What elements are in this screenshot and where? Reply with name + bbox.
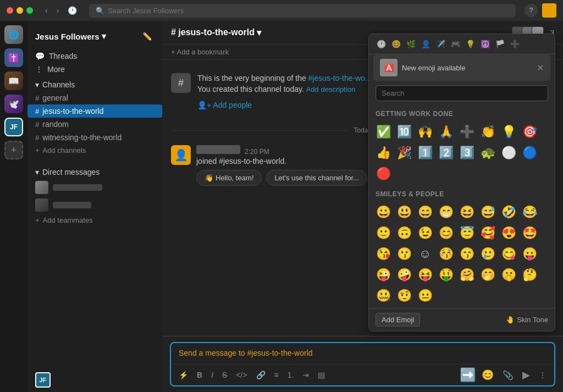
strikethrough-button[interactable]: S [219,368,230,382]
emoji-zipper-mouth[interactable]: 🤐 [373,286,393,306]
channel-item-general[interactable]: # general [27,91,162,104]
emoji-cat-custom[interactable]: ➕ [509,38,521,49]
emoji-hand-mouth[interactable]: 🤭 [478,265,498,285]
emoji-yum[interactable]: 😋 [499,244,518,264]
link-button[interactable]: 🔗 [253,368,269,382]
emoji-thumbsup[interactable]: 👍 [373,143,393,163]
emoji-notification-close[interactable]: ✕ [537,63,544,73]
emoji-kissing[interactable]: 😗 [394,244,414,264]
code-button[interactable]: </> [233,368,250,382]
emoji-tongue-wink[interactable]: 😜 [373,265,393,285]
channel-link[interactable]: #jesus-to-the-wo... [308,74,372,82]
lightning-button[interactable]: ⚡ [175,368,191,382]
emoji-smile[interactable]: 😄 [415,202,435,222]
emoji-thinking[interactable]: 🤔 [520,265,539,285]
emoji-stuck-out-tongue[interactable]: 😛 [520,244,539,264]
emoji-grinning[interactable]: 😀 [373,202,393,222]
emoji-innocent[interactable]: 😇 [457,223,477,243]
emoji-joy[interactable]: 😂 [520,202,539,222]
suggestion-pill-channel[interactable]: Let's use this channel for... [266,170,367,186]
emoji-kissing-closed-eyes[interactable]: 😚 [436,244,456,264]
fullscreen-button[interactable] [26,7,33,14]
emoji-two[interactable]: 2️⃣ [436,143,456,163]
user-avatar-footer[interactable]: JF [35,372,51,388]
sidebar-item-threads[interactable]: 💬 Threads [27,49,162,63]
emoji-blush[interactable]: 😊 [436,223,456,243]
add-teammates-button[interactable]: + Add teammates [27,214,162,227]
emoji-rofl[interactable]: 🤣 [499,202,518,222]
emoji-party[interactable]: 🎉 [394,143,414,163]
emoji-keycap10[interactable]: 🔟 [394,122,414,142]
sidebar-item-more[interactable]: ⋮ More [27,63,162,76]
emoji-sweat-smile[interactable]: 😅 [478,202,498,222]
workspace-avatar-1[interactable]: 🌐 [4,25,23,44]
emoji-neutral[interactable]: 😐 [415,286,435,306]
emoji-red-circle[interactable]: 🔴 [373,164,393,184]
emoji-cat-activities[interactable]: 🎮 [450,38,461,49]
add-description-link[interactable]: Add description [306,85,356,93]
bold-button[interactable]: B [194,368,206,382]
emoji-one[interactable]: 1️⃣ [415,143,435,163]
emoji-cat-people[interactable]: 👤 [420,38,432,49]
emoji-star-struck[interactable]: 🤩 [520,223,539,243]
emoji-raised-eyebrow[interactable]: 🤨 [394,286,414,306]
emoji-relaxed[interactable]: ☺️ [415,244,435,264]
emoji-laughing[interactable]: 😆 [457,202,477,222]
add-bookmark-button[interactable]: + Add a bookmark [171,48,229,56]
dm-item-1[interactable] [27,179,162,196]
emoji-target[interactable]: 🎯 [520,122,539,142]
emoji-upside-down[interactable]: 🙃 [394,223,414,243]
emoji-search-input[interactable] [376,85,548,101]
channel-item-witnessing[interactable]: # witnessing-to-the-world [27,131,162,144]
attach-button[interactable]: 📎 [499,368,517,383]
italic-button[interactable]: I [208,368,217,382]
channel-item-jesus-to-the-world[interactable]: # jesus-to-the-world [27,104,162,118]
emoji-cat-objects[interactable]: 💡 [465,38,476,49]
add-emoji-button[interactable]: Add Emoji [376,313,420,327]
workspace-name[interactable]: Jesus Followers ▾ [35,31,106,41]
emoji-raised-hands[interactable]: 🙌 [415,122,435,142]
send-button[interactable]: ▶ [519,367,533,383]
emoji-cat-flags[interactable]: 🏳️ [494,38,506,49]
emoji-turtle[interactable]: 🐢 [478,143,498,163]
add-workspace-button[interactable]: + [4,141,23,159]
emoji-slightly-smiling[interactable]: 🙂 [373,223,393,243]
emoji-grin[interactable]: 😁 [436,202,456,222]
current-workspace-avatar[interactable]: JF [4,118,23,136]
emoji-praying[interactable]: 🙏 [436,122,456,142]
add-people-button[interactable]: 👤+ Add people [197,101,252,109]
workspace-avatar-3[interactable]: 📖 [4,71,23,90]
suggestion-pill-hello[interactable]: 👋 Hello, team! [196,170,262,186]
emoji-three[interactable]: 3️⃣ [457,143,477,163]
minimize-button[interactable] [16,7,23,14]
emoji-kissing-smiling[interactable]: 😙 [457,244,477,264]
emoji-cat-symbols[interactable]: ☮️ [479,38,491,49]
emoji-heart-eyes[interactable]: 😍 [499,223,518,243]
skin-tone-button[interactable]: 🤚 Skin Tone [506,316,548,324]
message-input-field[interactable]: Send a message to #jesus-to-the-world [171,343,554,364]
emoji-bulb[interactable]: 💡 [499,122,518,142]
emoji-blue-circle[interactable]: 🔵 [520,143,539,163]
compose-button[interactable]: ✏️ [139,29,154,44]
dm-item-2[interactable] [27,196,162,214]
emoji-kissing-heart[interactable]: 😘 [373,244,393,264]
dm-section-header[interactable]: ▾ Direct messages [27,163,162,179]
emoji-cat-smileys[interactable]: 😊 [390,38,402,49]
emoji-checkmark[interactable]: ✅ [373,122,393,142]
forward-button[interactable]: › [53,5,63,16]
indent-button[interactable]: ⇥ [299,368,312,382]
emoji-smiling-hearts[interactable]: 🥰 [478,223,498,243]
channels-section-header[interactable]: ▾ Channels [27,76,162,91]
global-search-bar[interactable]: 🔍 [89,4,516,18]
close-button[interactable] [7,7,13,14]
emoji-wink[interactable]: 😉 [415,223,435,243]
emoji-cat-nature[interactable]: 🌿 [405,38,417,49]
search-input[interactable] [108,7,509,15]
emoji-cat-travel[interactable]: ✈️ [435,38,446,49]
emoji-cat-recent[interactable]: 🕐 [376,38,387,49]
emoji-squinting-tongue[interactable]: 😝 [415,265,435,285]
block-button[interactable]: ▤ [314,368,328,382]
history-button[interactable]: 🕐 [64,5,80,16]
emoji-picker-button[interactable]: 😊 [478,367,497,383]
ordered-list-button[interactable]: 1. [284,368,297,382]
